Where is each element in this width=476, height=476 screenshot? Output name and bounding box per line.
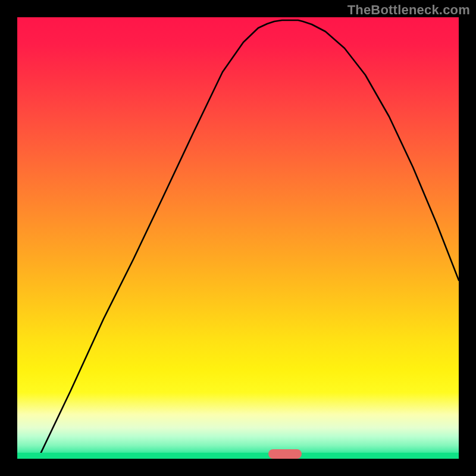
curve-layer [17,17,459,459]
baseline-band [17,453,459,459]
chart-frame: TheBottleneck.com [0,0,476,476]
plot-area [17,17,459,459]
optimal-marker [268,449,302,459]
watermark-text: TheBottleneck.com [347,2,470,18]
bottleneck-curve [38,20,459,459]
